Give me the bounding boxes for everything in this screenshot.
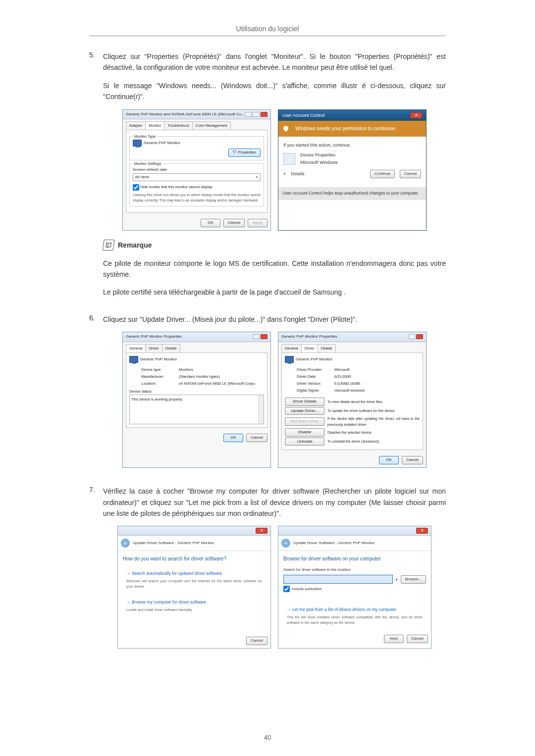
step7-number: 7.: [89, 486, 103, 657]
wizard1-heading: How do you want to search for driver sof…: [123, 555, 266, 563]
signer-label: Digital Signer:: [297, 388, 331, 394]
remark-text1: Ce pilote de moniteur comporte le logo M…: [103, 258, 446, 280]
window-controls[interactable]: [245, 112, 268, 117]
pnp-general-window: Generic PnP Monitor Properties General D…: [122, 332, 271, 468]
provider-value: Microsoft: [334, 367, 349, 373]
monitor-icon: [129, 356, 138, 363]
wizard1-cancel-button[interactable]: Cancel: [246, 637, 268, 645]
driverdate-value: 6/21/2006: [334, 374, 351, 380]
monitor-icon: [285, 356, 294, 363]
uac-dialog: User Account Control ✕ Windows needs you…: [278, 109, 427, 231]
wizard2-include-checkbox[interactable]: [283, 586, 290, 592]
disable-desc: Disables the selected device.: [327, 430, 420, 435]
driverver-label: Driver Version:: [297, 381, 331, 387]
wizard1-crumb: Update Driver Software - Generic PnP Mon…: [133, 540, 214, 547]
tab-details[interactable]: Details: [318, 344, 336, 353]
wizard2-include-label: Include subfolders: [292, 586, 322, 592]
update-driver-button[interactable]: Update Driver...: [285, 407, 324, 415]
note-icon: [102, 240, 114, 251]
window-controls[interactable]: [253, 334, 268, 339]
pnp-driver-title: Generic PnP Monitor Properties: [281, 334, 337, 340]
step5-text2: Si le message "Windows needs... (Windows…: [103, 80, 446, 102]
ok-button[interactable]: OK: [201, 219, 220, 227]
uac-continue-button[interactable]: Continue: [370, 170, 395, 178]
apply-button[interactable]: Apply: [248, 219, 268, 227]
step6-number: 6.: [89, 314, 103, 477]
wizard2-path-input[interactable]: [283, 575, 393, 584]
tab-general[interactable]: General: [281, 344, 302, 353]
uac-program-icon: [283, 153, 295, 165]
location-value: on NVIDIA GeForce 6600 LE (Microsoft Cor…: [179, 381, 255, 387]
monitor-type-group: Monitor Type: [133, 134, 157, 140]
update-wizard-search: ✕ ← Update Driver Software - Generic PnP…: [117, 526, 271, 649]
hide-modes-checkbox[interactable]: [133, 184, 139, 191]
refresh-rate-label: Screen refresh rate:: [133, 167, 261, 173]
close-button[interactable]: ✕: [256, 528, 268, 534]
device-status-box: This device is working properly.: [129, 395, 264, 424]
hide-modes-desc: Clearing this check box allows you to se…: [133, 192, 261, 203]
disable-button[interactable]: Disable: [285, 428, 324, 437]
devtype-label: Device type:: [141, 367, 176, 373]
tab-troubleshoot[interactable]: Troubleshoot: [164, 121, 193, 130]
monitor-win-title: Generic PnP Monitor and NVIDIA GeForce 6…: [126, 111, 245, 118]
wizard2-cancel-button[interactable]: Cancel: [407, 635, 428, 643]
tab-monitor[interactable]: Monitor: [145, 121, 164, 130]
pnp-general-name: Generic PnP Monitor: [140, 357, 177, 361]
manufacturer-value: (Standard monitor types): [179, 374, 220, 380]
uac-program-name: Device Properties: [300, 151, 338, 158]
tab-color-mgmt[interactable]: Color Management: [192, 121, 231, 130]
page-number: 40: [0, 734, 535, 741]
uninstall-button[interactable]: Uninstall: [285, 438, 324, 446]
cancel-button[interactable]: Cancel: [246, 434, 268, 442]
uac-line1: If you started this action, continue.: [283, 142, 421, 149]
wizard2-browse-button[interactable]: Browse...: [401, 575, 426, 584]
wizard1-option-browse[interactable]: → Browse my computer for driver software…: [123, 596, 266, 616]
scrollbar[interactable]: [259, 395, 264, 424]
wizard2-loc-label: Search for driver software in this locat…: [283, 567, 426, 573]
back-nav-icon[interactable]: ←: [121, 539, 130, 548]
monitor-type-name: Generic PnP Monitor: [144, 141, 180, 145]
signer-value: microsoft windows: [334, 388, 365, 394]
step5-number: 5.: [89, 51, 103, 305]
ok-button[interactable]: OK: [379, 456, 399, 464]
wizard2-next-button[interactable]: Next: [384, 635, 404, 643]
monitor-properties-window: Generic PnP Monitor and NVIDIA GeForce 6…: [122, 109, 271, 231]
properties-button[interactable]: 🛡 Properties: [228, 149, 261, 157]
uac-banner: Windows needs your permission to contion…: [295, 125, 396, 133]
uac-title: User Account Control: [282, 112, 324, 119]
driverver-value: 6.0.6000.16386: [334, 381, 360, 387]
cancel-button[interactable]: Cancel: [223, 219, 245, 227]
uac-close-button[interactable]: ✕: [410, 112, 422, 118]
manufacturer-label: Manufacturer:: [141, 374, 176, 380]
cancel-button[interactable]: Cancel: [402, 456, 423, 464]
page-header: Utilisation du logiciel: [89, 25, 446, 36]
uac-cancel-button[interactable]: Cancel: [400, 170, 421, 178]
devtype-value: Monitors: [179, 367, 193, 373]
window-controls[interactable]: [408, 334, 423, 339]
location-label: Location:: [141, 381, 176, 387]
rollback-desc: If the device fails after updating the d…: [327, 416, 420, 427]
provider-label: Driver Provider:: [297, 367, 331, 373]
back-nav-icon[interactable]: ←: [281, 539, 290, 548]
pnp-driver-window: Generic PnP Monitor Properties General D…: [278, 332, 427, 468]
driverdate-label: Driver Date:: [297, 374, 331, 380]
rollback-button[interactable]: Roll Back Driver: [285, 417, 324, 426]
ok-button[interactable]: OK: [223, 434, 243, 442]
refresh-rate-select[interactable]: 60 Hertz▾: [133, 173, 261, 181]
shield-icon: [282, 125, 289, 133]
tab-driver[interactable]: Driver: [146, 344, 162, 353]
wizard2-option-pick[interactable]: → Let me pick from a list of device driv…: [283, 603, 426, 629]
tab-general[interactable]: General: [126, 344, 146, 353]
tab-details[interactable]: Details: [162, 344, 180, 353]
uac-program-publisher: Microsoft Windows: [300, 159, 338, 166]
step7-text: Vérifiez la case à cocher "Browse my com…: [103, 486, 446, 519]
uac-details-toggle[interactable]: Details: [291, 170, 365, 177]
tab-driver[interactable]: Driver: [301, 344, 318, 353]
wizard1-option-auto[interactable]: → Search automatically for updated drive…: [123, 567, 266, 593]
uninstall-desc: To uninstall the driver (Advanced).: [327, 439, 420, 444]
close-button[interactable]: ✕: [416, 528, 428, 534]
wizard2-crumb: Update Driver Software - Generic PnP Mon…: [293, 540, 374, 547]
driver-details-button[interactable]: Driver Details: [285, 398, 324, 406]
tab-adapter[interactable]: Adapter: [126, 121, 146, 130]
note-label: Remarque: [118, 240, 152, 251]
